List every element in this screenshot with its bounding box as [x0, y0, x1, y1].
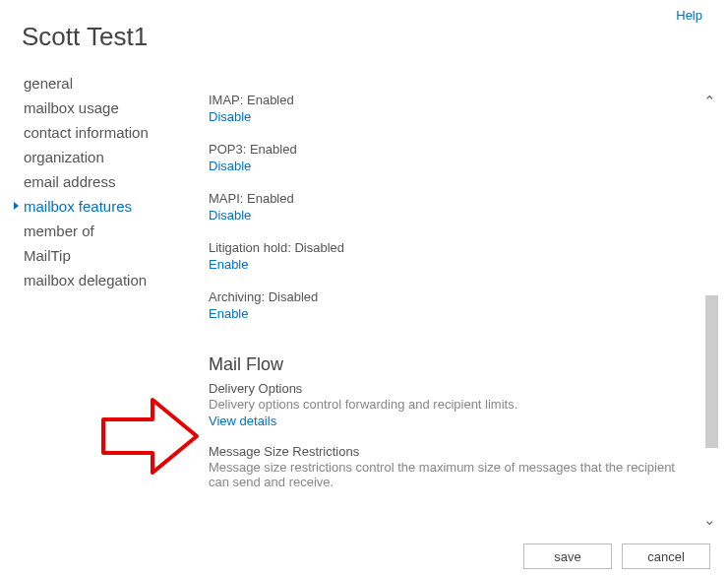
feature-label: Archiving: Disabled [209, 289, 689, 304]
feature-imap: IMAP: Enabled Disable [209, 93, 689, 124]
sidebar-item-contact-information[interactable]: contact information [14, 120, 187, 145]
sidebar-item-mailtip[interactable]: MailTip [14, 243, 187, 268]
sidebar-item-email-address[interactable]: email address [14, 169, 187, 194]
feature-mapi: MAPI: Enabled Disable [209, 191, 689, 223]
view-details-link[interactable]: View details [209, 414, 276, 428]
help-link[interactable]: Help [676, 8, 702, 23]
feature-label: POP3: Enabled [209, 142, 689, 157]
delivery-options-desc: Delivery options control forwarding and … [209, 397, 689, 412]
page-title: Scott Test1 [0, 0, 728, 52]
message-size-title: Message Size Restrictions [209, 444, 689, 459]
feature-action-link[interactable]: Disable [209, 159, 251, 173]
sidebar-item-member-of[interactable]: member of [14, 219, 187, 243]
save-button[interactable]: save [523, 543, 612, 569]
footer-buttons: save cancel [523, 543, 710, 569]
message-size-desc: Message size restrictions control the ma… [209, 460, 689, 489]
feature-action-link[interactable]: Disable [209, 208, 251, 223]
caret-right-icon [14, 202, 19, 210]
cancel-button[interactable]: cancel [622, 543, 710, 569]
feature-label: Litigation hold: Disabled [209, 240, 689, 255]
feature-action-link[interactable]: Enable [209, 306, 248, 321]
feature-action-link[interactable]: Enable [209, 257, 248, 272]
sidebar-item-general[interactable]: general [14, 71, 187, 96]
main-pane: ⌃ ⌄ IMAP: Enabled Disable POP3: Enabled … [187, 67, 728, 531]
scroll-up-icon[interactable]: ⌃ [703, 93, 716, 110]
section-heading-mail-flow: Mail Flow [209, 354, 689, 375]
sidebar: general mailbox usage contact informatio… [0, 67, 187, 531]
sidebar-item-mailbox-features[interactable]: mailbox features [14, 194, 187, 219]
delivery-options-title: Delivery Options [209, 381, 689, 396]
scroll-down-icon[interactable]: ⌄ [703, 511, 716, 529]
sidebar-item-organization[interactable]: organization [14, 145, 187, 169]
feature-label: MAPI: Enabled [209, 191, 689, 206]
feature-label: IMAP: Enabled [209, 93, 689, 107]
feature-action-link[interactable]: Disable [209, 109, 251, 124]
feature-pop3: POP3: Enabled Disable [209, 142, 689, 173]
delivery-options-block: Delivery Options Delivery options contro… [209, 381, 689, 428]
sidebar-item-mailbox-delegation[interactable]: mailbox delegation [14, 268, 187, 292]
scrollbar-thumb[interactable] [705, 295, 718, 448]
message-size-block: Message Size Restrictions Message size r… [209, 444, 689, 489]
sidebar-item-mailbox-usage[interactable]: mailbox usage [14, 96, 187, 120]
feature-litigation-hold: Litigation hold: Disabled Enable [209, 240, 689, 272]
feature-archiving: Archiving: Disabled Enable [209, 289, 689, 321]
